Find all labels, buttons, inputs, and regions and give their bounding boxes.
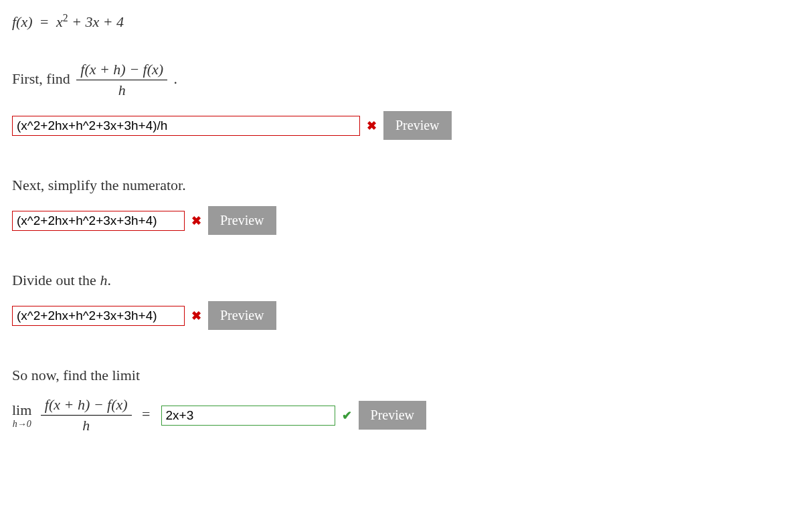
- step3-input[interactable]: [12, 306, 185, 326]
- preview-button[interactable]: Preview: [383, 111, 452, 140]
- limit-expression: lim h→0 f(x + h) − f(x) h =: [12, 396, 155, 434]
- preview-button[interactable]: Preview: [359, 401, 427, 430]
- step2-input[interactable]: [12, 211, 185, 231]
- step4-instruction: So now, find the limit: [12, 367, 791, 384]
- preview-button[interactable]: Preview: [208, 206, 276, 235]
- right-icon: ✔: [342, 408, 352, 423]
- wrong-icon: ✖: [367, 118, 377, 133]
- wrong-icon: ✖: [191, 308, 201, 323]
- wrong-icon: ✖: [191, 213, 201, 228]
- preview-button[interactable]: Preview: [208, 301, 276, 330]
- step3-instruction: Divide out the h.: [12, 272, 791, 289]
- given-function: f(x) = x2 + 3x + 4: [12, 12, 791, 31]
- step1-instruction: First, find f(x + h) − f(x) h .: [12, 61, 791, 99]
- difference-quotient: f(x + h) − f(x) h: [76, 61, 167, 99]
- step4-input[interactable]: [161, 406, 335, 426]
- step1-input[interactable]: [12, 116, 360, 136]
- step2-instruction: Next, simplify the numerator.: [12, 177, 791, 194]
